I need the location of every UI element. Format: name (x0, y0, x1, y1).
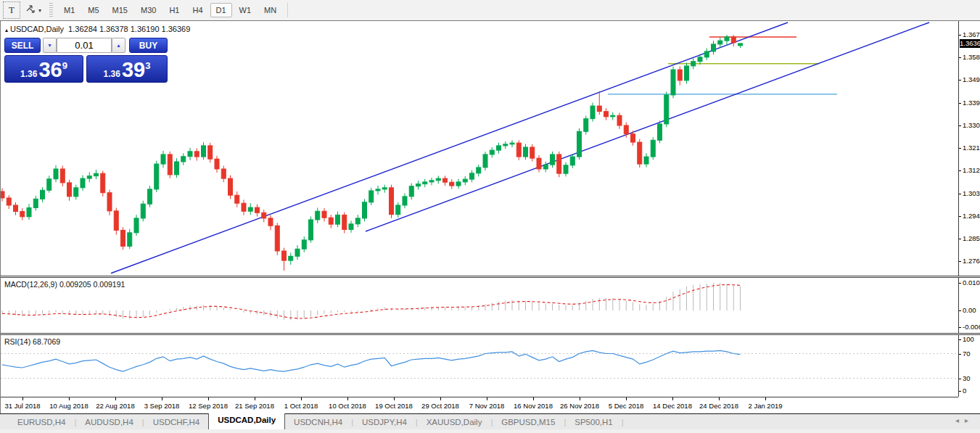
text-tool-button[interactable]: T (3, 1, 20, 19)
timeframe-button-MN[interactable]: MN (258, 3, 282, 17)
price-axis[interactable]: 1.367151.358151.349151.339901.330901.321… (958, 21, 980, 397)
timeframe-button-W1[interactable]: W1 (234, 3, 258, 17)
candle-body (275, 226, 279, 251)
time-axis[interactable]: 31 Jul 201810 Aug 201822 Aug 20183 Sep 2… (1, 397, 958, 415)
candle-body (107, 193, 112, 211)
candle-body (691, 62, 696, 66)
timeframe-button-M5[interactable]: M5 (82, 3, 104, 17)
rsi-value: 68.7069 (33, 337, 60, 346)
macd-axis-label: -0.006218 (963, 323, 980, 331)
macd-panel[interactable] (1, 278, 958, 333)
date-label: 3 Sep 2018 (144, 402, 180, 410)
panel-splitter-rsi[interactable] (1, 333, 980, 335)
timeframe-button-M30[interactable]: M30 (135, 3, 162, 17)
timeframe-button-H1[interactable]: H1 (163, 3, 185, 17)
buy-price-sup: 3 (145, 61, 150, 70)
price-axis-label: 1.36715 (963, 30, 980, 38)
candle-body (537, 158, 541, 169)
tab-eurusd-h4[interactable]: EURUSD,H4 (9, 416, 74, 428)
timeframe-button-H4[interactable]: H4 (186, 3, 208, 17)
volume-decrease-button[interactable]: ▾ (43, 38, 57, 53)
tab-usdcnh-h4[interactable]: USDCNH,H4 (285, 416, 351, 428)
candle-body (47, 179, 52, 191)
date-tick (301, 397, 302, 400)
candle-body (416, 184, 421, 186)
date-label: 12 Sep 2018 (189, 402, 228, 410)
candle-body (316, 211, 320, 220)
price-axis-label-tick (959, 57, 961, 58)
macd-signal-line (2, 285, 741, 319)
tab-usdjpy-h4[interactable]: USDJPY,H4 (353, 416, 416, 428)
tab-separator: | (622, 418, 624, 426)
tab-usdcad-daily[interactable]: USDCAD,Daily (208, 413, 285, 430)
candle-body (403, 197, 407, 205)
price-axis-label-tick (959, 261, 961, 262)
candle-body (497, 146, 501, 150)
candle-body (289, 256, 293, 260)
rsi-panel[interactable] (1, 335, 958, 397)
candle-body (590, 106, 595, 119)
sell-button[interactable]: SELL (4, 38, 41, 53)
candle-body (718, 41, 722, 44)
tab-scroll-right-icon[interactable]: ▸ (965, 416, 974, 424)
buy-button[interactable]: BUY (129, 38, 168, 53)
toolbar: T ▾ M1M5M15M30H1H4D1W1MN (0, 0, 980, 21)
candle-body (564, 165, 568, 173)
candle-body (194, 152, 199, 157)
candle-body (255, 207, 260, 213)
trendline-channel-upper[interactable] (366, 22, 929, 231)
tab-scroll-left-icon[interactable]: ◂ (955, 416, 965, 424)
tab-usdchf-h4[interactable]: USDCHF,H4 (144, 416, 209, 428)
candle-body (584, 119, 588, 132)
rsi-axis-label: 100 (963, 335, 974, 343)
timeframe-button-M15[interactable]: M15 (107, 3, 133, 17)
panel-splitter-macd[interactable] (1, 276, 980, 278)
candle-body (436, 178, 440, 181)
candle-body (121, 230, 125, 246)
candle-body (423, 182, 427, 184)
tab-audusd-h4[interactable]: AUDUSD,H4 (76, 416, 141, 428)
candle-body (557, 154, 561, 173)
date-tick (255, 397, 255, 400)
buy-price-display[interactable]: 1.36393 (86, 55, 168, 83)
candle-body (27, 207, 31, 216)
price-axis-label: 1.33090 (963, 121, 980, 129)
candle-body (128, 233, 132, 247)
tab-gbpusd-m15[interactable]: GBPUSD,M15 (493, 416, 564, 428)
candle-body (235, 195, 239, 203)
candle-body (188, 152, 192, 157)
date-label: 7 Nov 2018 (469, 402, 505, 410)
collapse-arrow-icon[interactable]: ▴ (5, 27, 8, 33)
toolbar-grip[interactable] (49, 3, 53, 17)
timeframe-button-M1[interactable]: M1 (58, 3, 81, 17)
candle-body (302, 240, 306, 249)
chart-area: ▴USDCAD,Daily 1.36284 1.36378 1.36190 1.… (0, 20, 980, 413)
rsi-axis-label: 30 (963, 374, 971, 382)
volume-field[interactable]: 0.01 (57, 38, 112, 53)
date-tick (162, 397, 162, 400)
macd-axis-label-tick (959, 310, 961, 311)
date-tick (69, 397, 70, 400)
candle-body (409, 186, 413, 197)
rsi-axis-label-tick (959, 339, 961, 340)
date-label: 1 Oct 2018 (284, 402, 318, 410)
buy-price-prefix: 1.36 (104, 69, 120, 79)
candle-body (54, 169, 58, 179)
candle-body (617, 115, 622, 125)
macd-axis-label-tick (959, 283, 961, 284)
macd-name: MACD(12,26,9) (4, 280, 57, 289)
timeframe-button-D1[interactable]: D1 (210, 3, 232, 17)
candle-body (363, 202, 367, 218)
volume-increase-button[interactable]: ▴ (112, 38, 125, 53)
date-tick (672, 397, 673, 400)
rsi-label: RSI(14) 68.7069 (4, 337, 60, 346)
candle-body (543, 165, 548, 169)
date-label: 19 Oct 2018 (375, 402, 413, 410)
tab-xauusd-daily[interactable]: XAUUSD,Daily (418, 416, 491, 428)
candle-body (342, 215, 347, 229)
date-label: 5 Dec 2018 (609, 402, 644, 410)
sell-price-sup: 9 (62, 61, 67, 70)
sell-price-display[interactable]: 1.36369 (4, 55, 83, 83)
tab-sp500-h1[interactable]: SP500,H1 (566, 416, 621, 428)
arrow-objects-button[interactable]: ▾ (23, 1, 44, 19)
